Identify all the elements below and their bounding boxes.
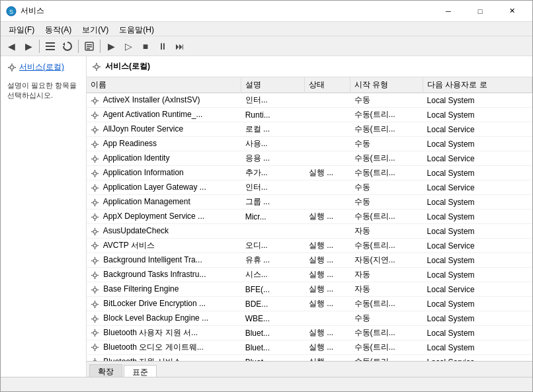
table-row[interactable]: BitLocker Drive Encryption ... BDE... 실행… (87, 297, 532, 311)
table-row[interactable]: Application Identity 응용 ... 수동(트리... Loc… (87, 151, 532, 166)
menu-file[interactable]: 파일(F) (3, 23, 40, 34)
svg-marker-5 (63, 42, 65, 46)
service-desc: 응용 ... (241, 151, 305, 166)
service-status: 실행 ... (305, 297, 350, 311)
svg-point-15 (95, 65, 98, 68)
svg-rect-81 (95, 271, 96, 272)
toolbar-refresh[interactable] (60, 38, 75, 54)
toolbar-play2[interactable]: ▷ (120, 38, 136, 54)
svg-point-85 (93, 288, 97, 292)
toolbar-restart[interactable]: ⏭ (172, 38, 188, 54)
col-status[interactable]: 상태 (305, 77, 350, 93)
minimize-button[interactable]: ─ (433, 5, 464, 18)
table-row[interactable]: Application Management 그룹 ... 수동 Local S… (87, 195, 532, 210)
svg-point-45 (93, 172, 97, 175)
service-user: Local Service (423, 122, 532, 137)
sidebar-local-services[interactable]: 서비스(로컬) (3, 59, 83, 75)
service-desc: 추가... (241, 166, 305, 180)
menu-view[interactable]: 보기(V) (77, 23, 114, 34)
svg-rect-51 (95, 184, 96, 185)
table-row[interactable]: Application Layer Gateway ... 인터... 수동 L… (87, 180, 532, 195)
svg-rect-94 (97, 303, 99, 305)
service-status: 실행 ... (305, 282, 350, 297)
table-row[interactable]: Application Information 추가... 실행 ... 수동(… (87, 166, 532, 180)
service-gear-icon (91, 300, 99, 309)
svg-rect-53 (91, 187, 93, 188)
table-row[interactable]: Agent Activation Runtime_... Runti... 수동… (87, 108, 532, 122)
svg-rect-73 (91, 245, 93, 247)
table-row[interactable]: ActiveX Installer (AxInstSV) 인터... 수동 Lo… (87, 93, 532, 108)
svg-rect-37 (95, 146, 96, 147)
svg-rect-54 (97, 187, 99, 188)
svg-rect-83 (91, 274, 93, 276)
service-status: 실행 ... (305, 268, 350, 282)
svg-point-20 (93, 99, 97, 102)
service-user: Local System (423, 340, 532, 355)
table-row[interactable]: AVCTP 서비스 오디... 실행 ... 수동(트리... Local Se… (87, 239, 532, 253)
services-table-container[interactable]: 이름 설명 상태 시작 유형 다음 사용자로 로 (87, 77, 532, 361)
table-row[interactable]: Bluetooth 사용자 지원 서... Bluet... 실행 ... 수동… (87, 326, 532, 340)
tab-extended[interactable]: 확장 (89, 364, 122, 377)
toolbar-forward[interactable]: ▶ (20, 38, 36, 54)
service-status (305, 180, 350, 195)
menu-help[interactable]: 도움말(H) (114, 23, 159, 34)
table-row[interactable]: App Readiness 사용... 수동 Local System (87, 137, 532, 151)
toolbar-properties[interactable] (81, 38, 97, 54)
table-row[interactable]: AllJoyn Router Service 로컬 ... 수동(트리... L… (87, 122, 532, 137)
table-row[interactable]: AsusUpdateCheck 자동 Local System (87, 224, 532, 239)
service-gear-icon (91, 111, 99, 120)
title-bar: S 서비스 ─ □ ✕ (1, 1, 532, 22)
toolbar-pause[interactable]: ⏸ (155, 38, 171, 54)
maximize-button[interactable]: □ (465, 5, 495, 18)
services-table: 이름 설명 상태 시작 유형 다음 사용자로 로 (87, 77, 532, 361)
close-button[interactable]: ✕ (497, 5, 527, 18)
service-user: Local System (423, 297, 532, 311)
service-desc: BDE... (241, 297, 305, 311)
table-row[interactable]: Bluetooth 지원 서비스 Bluet... 실행 ... 수동(트리..… (87, 355, 532, 362)
col-name[interactable]: 이름 (87, 77, 241, 93)
service-gear-icon (91, 213, 99, 221)
service-name: App Readiness (87, 137, 241, 151)
col-start[interactable]: 시작 유형 (350, 77, 423, 93)
col-desc[interactable]: 설명 (241, 77, 305, 93)
tab-standard[interactable]: 표준 (124, 365, 157, 377)
table-row[interactable]: Block Level Backup Engine ... WBE... 수동 … (87, 311, 532, 326)
svg-point-35 (93, 143, 97, 146)
svg-rect-32 (95, 132, 96, 133)
service-status: 실행 ... (305, 326, 350, 340)
table-row[interactable]: Background Tasks Infrastru... 시스... 실행 .… (87, 268, 532, 282)
svg-rect-89 (97, 289, 99, 290)
service-desc: Bluet... (241, 355, 305, 362)
refresh-icon (62, 41, 73, 52)
toolbar-play[interactable]: ▶ (103, 38, 119, 54)
toolbar-back[interactable]: ◀ (3, 38, 19, 54)
menu-action[interactable]: 동작(A) (40, 23, 77, 34)
table-row[interactable]: Background Intelligent Tra... 유휴 ... 실행 … (87, 253, 532, 268)
service-desc: 유휴 ... (241, 253, 305, 268)
service-status: 실행 ... (305, 166, 350, 180)
tabs-bar: 확장 표준 (87, 361, 532, 377)
svg-rect-33 (91, 129, 93, 130)
svg-rect-26 (95, 111, 96, 112)
svg-rect-28 (91, 114, 93, 116)
service-desc: 사용... (241, 137, 305, 151)
service-start: 수동(트리... (350, 166, 423, 180)
svg-rect-107 (95, 350, 96, 351)
svg-rect-58 (91, 202, 93, 203)
svg-point-75 (93, 259, 97, 262)
table-row[interactable]: Base Filtering Engine BFE(... 실행 ... 자동 … (87, 282, 532, 297)
service-status: 실행 ... (305, 253, 350, 268)
svg-text:S: S (9, 9, 13, 15)
service-status (305, 137, 350, 151)
table-row[interactable]: AppX Deployment Service ... Micr... 실행 .… (87, 210, 532, 224)
toolbar-list[interactable] (42, 38, 58, 54)
toolbar-stop[interactable]: ■ (138, 38, 153, 54)
service-name: AsusUpdateCheck (87, 224, 241, 239)
service-start: 자동 (350, 224, 423, 239)
svg-rect-21 (95, 97, 96, 98)
service-start: 수동 (350, 311, 423, 326)
service-user: Local System (423, 311, 532, 326)
table-row[interactable]: Bluetooth 오디오 게이트웨... Bluet... 실행 ... 수동… (87, 340, 532, 355)
service-gear-icon (91, 241, 99, 250)
col-user[interactable]: 다음 사용자로 로 (423, 77, 532, 93)
